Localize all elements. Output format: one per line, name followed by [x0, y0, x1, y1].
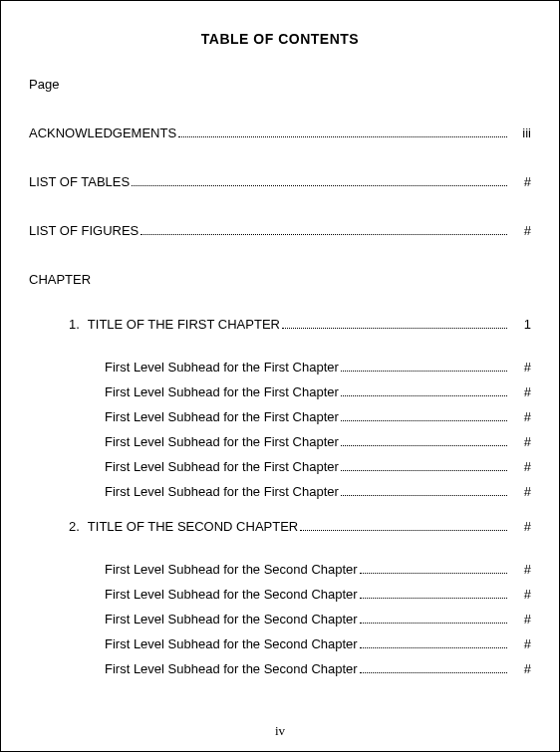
subhead-page: #: [511, 587, 531, 602]
subhead-page: #: [511, 661, 531, 676]
leader-dots: [341, 395, 507, 396]
subhead-block: First Level Subhead for the Second Chapt…: [29, 562, 531, 676]
subhead-page: #: [511, 459, 531, 474]
subhead-entry: First Level Subhead for the Second Chapt…: [29, 636, 531, 651]
leader-dots: [341, 420, 507, 421]
leader-dots: [360, 647, 507, 648]
chapter-section-heading: CHAPTER: [29, 272, 531, 287]
leader-dots: [360, 573, 507, 574]
chapter-page: 1: [511, 317, 531, 332]
subhead-label: First Level Subhead for the Second Chapt…: [105, 612, 358, 627]
subhead-entry: First Level Subhead for the First Chapte…: [29, 384, 531, 399]
subhead-label: First Level Subhead for the First Chapte…: [105, 434, 339, 449]
chapter-block: 2. TITLE OF THE SECOND CHAPTER # First L…: [29, 519, 531, 676]
leader-dots: [341, 495, 507, 496]
toc-entry-page: iii: [511, 125, 531, 140]
subhead-entry: First Level Subhead for the First Chapte…: [29, 434, 531, 449]
chapter-page: #: [511, 519, 531, 534]
leader-dots: [341, 470, 507, 471]
leader-dots: [178, 136, 507, 137]
subhead-page: #: [511, 360, 531, 375]
subhead-entry: First Level Subhead for the Second Chapt…: [29, 612, 531, 627]
chapter-block: 1. TITLE OF THE FIRST CHAPTER 1 First Le…: [29, 317, 531, 499]
subhead-label: First Level Subhead for the Second Chapt…: [105, 661, 358, 676]
leader-dots: [360, 598, 507, 599]
toc-entry-list-of-figures: LIST OF FIGURES #: [29, 223, 531, 238]
subhead-page: #: [511, 562, 531, 577]
chapter-entry: 1. TITLE OF THE FIRST CHAPTER 1: [29, 317, 531, 332]
subhead-page: #: [511, 384, 531, 399]
subhead-label: First Level Subhead for the First Chapte…: [105, 459, 339, 474]
subhead-label: First Level Subhead for the First Chapte…: [105, 484, 339, 499]
chapter-title: TITLE OF THE FIRST CHAPTER: [88, 317, 280, 332]
chapter-title: TITLE OF THE SECOND CHAPTER: [88, 519, 298, 534]
subhead-entry: First Level Subhead for the Second Chapt…: [29, 661, 531, 676]
chapter-entry: 2. TITLE OF THE SECOND CHAPTER #: [29, 519, 531, 534]
subhead-page: #: [511, 434, 531, 449]
toc-entry-page: #: [511, 174, 531, 189]
subhead-label: First Level Subhead for the Second Chapt…: [105, 587, 358, 602]
subhead-label: First Level Subhead for the First Chapte…: [105, 409, 339, 424]
leader-dots: [360, 623, 507, 624]
toc-entry-label: LIST OF FIGURES: [29, 223, 139, 238]
leader-dots: [132, 185, 507, 186]
subhead-entry: First Level Subhead for the Second Chapt…: [29, 562, 531, 577]
leader-dots: [360, 672, 507, 673]
page-column-label: Page: [29, 77, 531, 92]
chapter-number: 1.: [69, 317, 80, 332]
page-footer-number: iv: [1, 723, 559, 739]
leader-dots: [282, 328, 507, 329]
chapter-number: 2.: [69, 519, 80, 534]
subhead-entry: First Level Subhead for the Second Chapt…: [29, 587, 531, 602]
leader-dots: [341, 445, 507, 446]
toc-entry-acknowledgements: ACKNOWLEDGEMENTS iii: [29, 125, 531, 140]
leader-dots: [140, 234, 507, 235]
subhead-block: First Level Subhead for the First Chapte…: [29, 360, 531, 499]
subhead-label: First Level Subhead for the First Chapte…: [105, 384, 339, 399]
subhead-page: #: [511, 636, 531, 651]
subhead-entry: First Level Subhead for the First Chapte…: [29, 409, 531, 424]
subhead-label: First Level Subhead for the Second Chapt…: [105, 636, 358, 651]
subhead-label: First Level Subhead for the Second Chapt…: [105, 562, 358, 577]
subhead-entry: First Level Subhead for the First Chapte…: [29, 360, 531, 375]
leader-dots: [341, 371, 507, 372]
subhead-entry: First Level Subhead for the First Chapte…: [29, 484, 531, 499]
toc-entry-label: LIST OF TABLES: [29, 174, 130, 189]
toc-entry-page: #: [511, 223, 531, 238]
toc-title: TABLE OF CONTENTS: [29, 31, 531, 47]
subhead-page: #: [511, 484, 531, 499]
subhead-page: #: [511, 612, 531, 627]
subhead-label: First Level Subhead for the First Chapte…: [105, 360, 339, 375]
leader-dots: [300, 530, 507, 531]
subhead-page: #: [511, 409, 531, 424]
toc-entry-label: ACKNOWLEDGEMENTS: [29, 125, 176, 140]
subhead-entry: First Level Subhead for the First Chapte…: [29, 459, 531, 474]
toc-entry-list-of-tables: LIST OF TABLES #: [29, 174, 531, 189]
